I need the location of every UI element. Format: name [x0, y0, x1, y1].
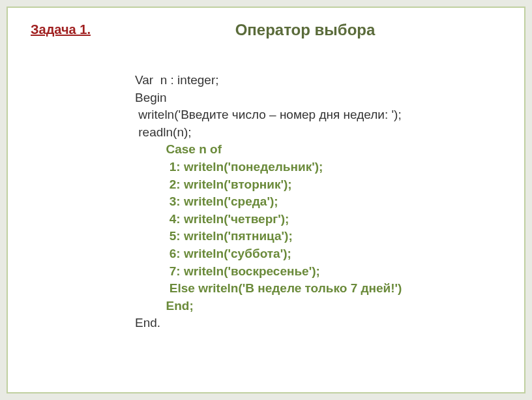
code-line: End. — [135, 315, 501, 332]
code-line: 3: writeln('среда'); — [135, 193, 501, 211]
slide-container: Задача 1. Оператор выбора Var n : intege… — [7, 7, 525, 393]
code-line: Case n of — [135, 141, 501, 159]
code-line: 4: writeln('четверг'); — [135, 211, 501, 228]
code-block: Var n : integer; Begin writeln('Введите … — [135, 72, 501, 332]
slide-title: Оператор выбора — [109, 21, 501, 39]
code-line: 1: writeln('понедельник'); — [135, 159, 501, 176]
code-line: 6: writeln('суббота'); — [135, 245, 501, 263]
code-line: Else writeln('В неделе только 7 дней!') — [135, 280, 501, 298]
code-line: 5: writeln('пятница'); — [135, 228, 501, 245]
code-line: 7: writeln('воскресенье'); — [135, 263, 501, 281]
code-line: Var n : integer; — [135, 72, 501, 89]
task-label: Задача 1. — [31, 22, 91, 37]
code-line: End; — [135, 298, 501, 315]
code-line: writeln('Введите число – номер дня недел… — [135, 106, 501, 124]
code-line: 2: writeln('вторник'); — [135, 176, 501, 194]
code-line: Begin — [135, 89, 501, 107]
code-line: readln(n); — [135, 124, 501, 142]
